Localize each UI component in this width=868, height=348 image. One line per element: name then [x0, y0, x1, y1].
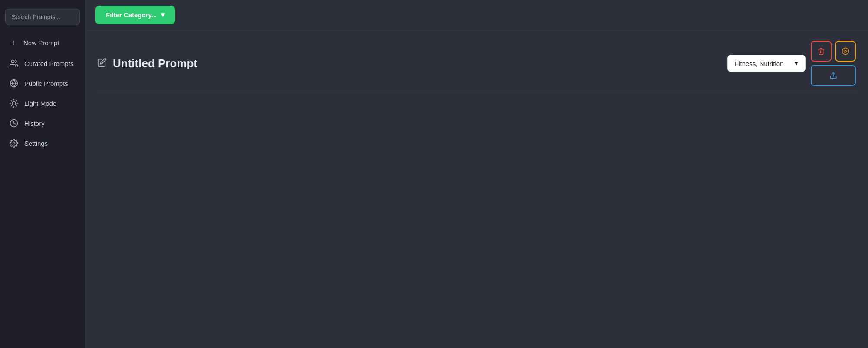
share-button[interactable] [811, 65, 856, 86]
svg-line-6 [11, 101, 12, 101]
sidebar-item-label: Light Mode [24, 100, 56, 107]
svg-marker-15 [845, 50, 847, 53]
sidebar-item-label: Public Prompts [24, 80, 68, 87]
clock-icon [10, 119, 18, 128]
prompt-area: Untitled Prompt Fitness, Nutrition ▾ [85, 30, 868, 348]
svg-line-10 [11, 105, 12, 106]
delete-button[interactable] [811, 41, 832, 62]
users-icon [10, 59, 18, 68]
sidebar-nav: ＋ New Prompt Curated Prompts [0, 32, 85, 153]
chevron-down-icon: ▾ [795, 59, 798, 67]
sidebar-item-light-mode[interactable]: Light Mode [3, 94, 82, 113]
svg-point-14 [842, 48, 849, 55]
plus-icon: ＋ [10, 37, 17, 48]
sidebar-item-label: History [24, 120, 45, 127]
sidebar-item-label: Curated Prompts [24, 60, 73, 67]
action-buttons [811, 41, 856, 86]
prompt-title-wrapper: Untitled Prompt [97, 57, 197, 70]
prompt-content-area[interactable] [97, 93, 856, 310]
prompt-actions: Fitness, Nutrition ▾ [727, 41, 856, 86]
run-button[interactable] [835, 41, 856, 62]
svg-point-3 [12, 102, 16, 105]
sidebar-item-curated-prompts[interactable]: Curated Prompts [3, 54, 82, 73]
search-button[interactable]: Search Prompts... [5, 9, 80, 25]
edit-icon [97, 58, 107, 69]
sidebar-item-public-prompts[interactable]: Public Prompts [3, 74, 82, 93]
sidebar-item-settings[interactable]: Settings [3, 134, 82, 153]
prompt-header: Untitled Prompt Fitness, Nutrition ▾ [97, 41, 856, 86]
svg-line-11 [16, 101, 16, 101]
main-content: Filter Category... ▾ Untitled Prompt Fit… [85, 0, 868, 348]
filter-label: Filter Category... [106, 11, 157, 19]
prompt-title: Untitled Prompt [113, 57, 197, 70]
globe-icon [10, 79, 18, 88]
gear-icon [10, 139, 18, 148]
svg-line-7 [16, 105, 16, 106]
svg-point-13 [13, 142, 15, 144]
sun-icon [10, 99, 18, 108]
sidebar: Search Prompts... ＋ New Prompt Curated P… [0, 0, 85, 348]
category-label: Fitness, Nutrition [735, 60, 784, 67]
sidebar-item-label: New Prompt [23, 39, 59, 46]
sidebar-item-history[interactable]: History [3, 114, 82, 133]
svg-point-0 [11, 60, 14, 63]
sidebar-item-label: Settings [24, 140, 48, 147]
action-row-top [811, 41, 856, 62]
sidebar-item-new-prompt[interactable]: ＋ New Prompt [3, 32, 82, 53]
chevron-down-icon: ▾ [161, 11, 164, 19]
category-select[interactable]: Fitness, Nutrition ▾ [727, 55, 806, 72]
top-bar: Filter Category... ▾ [85, 0, 868, 30]
filter-category-button[interactable]: Filter Category... ▾ [95, 6, 175, 24]
